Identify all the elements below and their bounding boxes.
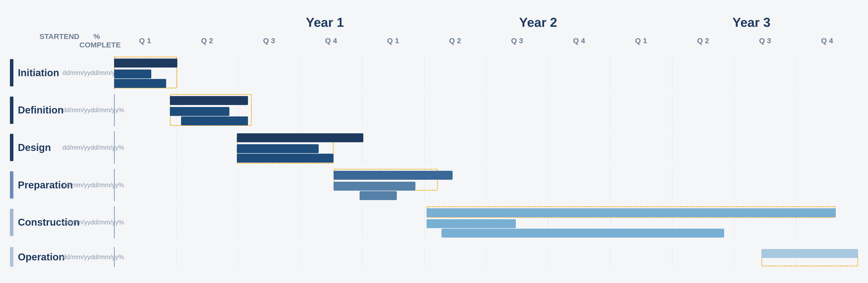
chart-body: Initiation dd/mm/yy dd/mm/yy % xyxy=(10,54,858,273)
q-header-y1q3: Q 3 xyxy=(238,36,300,45)
construction-indicator xyxy=(10,209,13,236)
initiation-gantt xyxy=(114,57,858,89)
phase-row-definition: Definition dd/mm/yy dd/mm/yy % xyxy=(10,92,858,129)
q-header-y2q2: Q 2 xyxy=(424,36,486,45)
column-header-row: START END % COMPLETE Q 1 Q 2 Q 3 Q 4 Q 1… xyxy=(10,32,858,49)
definition-label: Definition xyxy=(18,105,62,116)
pct-col-header: % COMPLETE xyxy=(80,32,114,49)
phase-row-initiation: Initiation dd/mm/yy dd/mm/yy % xyxy=(10,54,858,92)
initiation-bars xyxy=(114,57,858,89)
definition-bar-1 xyxy=(170,96,248,105)
phase-left-definition: Definition dd/mm/yy dd/mm/yy % xyxy=(10,96,114,124)
phase-row-operation: Operation dd/mm/yy dd/mm/yy % xyxy=(10,241,858,273)
operation-gantt xyxy=(114,247,858,267)
definition-gantt xyxy=(114,94,858,126)
definition-start: dd/mm/yy xyxy=(62,106,91,114)
design-bar-2 xyxy=(237,144,319,153)
q-header-y2q1: Q 1 xyxy=(362,36,424,45)
left-header: START END % COMPLETE xyxy=(10,32,114,49)
q-header-y3q3: Q 3 xyxy=(734,36,796,45)
design-bar-1 xyxy=(237,133,363,142)
initiation-bar-2 xyxy=(114,69,151,79)
year2-label: Year 2 xyxy=(432,15,645,30)
preparation-bar-2 xyxy=(334,182,415,191)
q-header-y2q3: Q 3 xyxy=(486,36,548,45)
chart-container: Year 1 Year 2 Year 3 START END % COMPLET… xyxy=(0,0,868,283)
design-label: Design xyxy=(18,142,62,153)
operation-bars xyxy=(114,247,858,267)
initiation-indicator xyxy=(10,59,13,86)
initiation-label: Initiation xyxy=(18,67,62,79)
preparation-label: Preparation xyxy=(18,179,62,191)
operation-start: dd/mm/yy xyxy=(62,253,91,261)
preparation-indicator xyxy=(10,171,13,199)
construction-bar-1 xyxy=(427,208,836,217)
definition-bars xyxy=(114,94,858,126)
year-header-row: Year 1 Year 2 Year 3 xyxy=(114,15,858,30)
operation-indicator xyxy=(10,247,13,267)
q-header-y3q1: Q 1 xyxy=(610,36,672,45)
preparation-bar-1 xyxy=(334,171,453,180)
phase-left-preparation: Preparation dd/mm/yy dd/mm/yy % xyxy=(10,171,114,199)
year3-label: Year 3 xyxy=(645,15,858,30)
end-col-header: END xyxy=(64,32,80,49)
q-header-y3q2: Q 2 xyxy=(672,36,734,45)
definition-indicator xyxy=(10,96,13,124)
definition-bar-2 xyxy=(170,107,229,116)
preparation-start: dd/mm/yy xyxy=(62,181,91,189)
initiation-start: dd/mm/yy xyxy=(62,69,91,77)
phase-left-initiation: Initiation dd/mm/yy dd/mm/yy % xyxy=(10,59,114,86)
phase-row-construction: Construction dd/mm/yy dd/mm/yy % xyxy=(10,203,858,241)
design-bar-3 xyxy=(237,154,334,163)
design-bars xyxy=(114,131,858,164)
definition-bar-3 xyxy=(181,116,248,125)
phase-left-construction: Construction dd/mm/yy dd/mm/yy % xyxy=(10,209,114,236)
operation-bar-1 xyxy=(762,249,858,258)
preparation-gantt xyxy=(114,169,858,201)
construction-label: Construction xyxy=(18,217,62,228)
start-col-header: START xyxy=(39,32,64,49)
preparation-bars xyxy=(114,169,858,201)
operation-label: Operation xyxy=(18,252,62,263)
construction-bar-2 xyxy=(427,219,516,228)
phase-left-design: Design dd/mm/yy dd/mm/yy % xyxy=(10,134,114,161)
q-header-y3q4: Q 4 xyxy=(796,36,858,45)
q-header-y1q1: Q 1 xyxy=(114,36,176,45)
phase-left-operation: Operation dd/mm/yy dd/mm/yy % xyxy=(10,247,114,267)
year1-label: Year 1 xyxy=(218,15,432,30)
initiation-bar-1 xyxy=(114,59,177,67)
construction-start: dd/mm/yy xyxy=(62,219,91,226)
q-header-y1q4: Q 4 xyxy=(300,36,362,45)
q-header-y1q2: Q 2 xyxy=(176,36,238,45)
design-indicator xyxy=(10,134,13,161)
phase-row-preparation: Preparation dd/mm/yy dd/mm/yy % xyxy=(10,166,858,204)
preparation-bar-3 xyxy=(360,191,397,200)
phase-row-design: Design dd/mm/yy dd/mm/yy % xyxy=(10,129,858,166)
design-start: dd/mm/yy xyxy=(62,144,91,151)
q-header-y2q4: Q 4 xyxy=(548,36,610,45)
construction-bars xyxy=(114,206,858,238)
construction-gantt xyxy=(114,206,858,238)
initiation-bar-3 xyxy=(114,79,166,88)
quarters-header: Q 1 Q 2 Q 3 Q 4 Q 1 Q 2 Q 3 Q 4 Q 1 Q 2 … xyxy=(114,36,858,45)
design-gantt xyxy=(114,131,858,164)
construction-bar-3 xyxy=(441,229,724,237)
